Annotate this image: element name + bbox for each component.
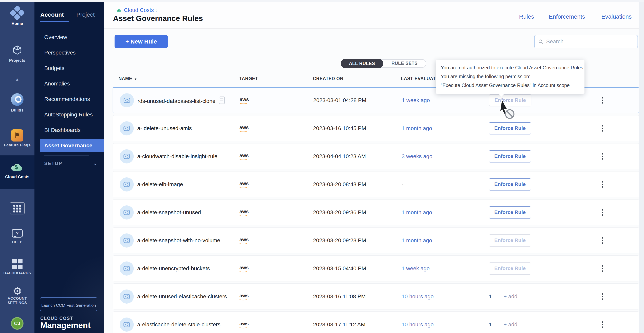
last-evaluation-link[interactable]: 10 hours ago: [402, 293, 434, 300]
enforcement-count-cell: 1 + add: [489, 321, 517, 328]
table-row[interactable]: a-delete-snapshot-with-no-volume aws 202…: [112, 227, 639, 253]
nav-item-asset-governance[interactable]: Asset Governance: [40, 139, 104, 152]
row-menu-button[interactable]: [598, 264, 606, 273]
table-row[interactable]: a- delete-unused-amis aws 2023-03-16 10:…: [112, 115, 639, 141]
nav-item-perspectives[interactable]: Perspectives: [34, 45, 104, 60]
chevron-down-icon[interactable]: ⌄: [93, 160, 98, 166]
gear-icon: ⚙: [12, 285, 22, 297]
row-menu-button[interactable]: [598, 208, 606, 217]
toggle-all-rules[interactable]: ALL RULES: [341, 59, 383, 68]
created-on-value: 2023-03-17 11:12 AM: [313, 321, 365, 328]
user-avatar[interactable]: CJ: [0, 317, 34, 330]
tab-project[interactable]: Project: [76, 11, 94, 18]
dashboards-icon: [12, 259, 22, 269]
toggle-rule-sets[interactable]: RULE SETS: [383, 59, 426, 68]
sidebar-item-home[interactable]: Home: [0, 7, 34, 26]
last-evaluation-link[interactable]: 1 month ago: [402, 209, 432, 216]
launch-ccm-first-gen-button[interactable]: Launch CCM First Generation: [40, 297, 97, 311]
last-evaluation-link[interactable]: 10 hours ago: [402, 321, 434, 328]
enforce-rule-button[interactable]: Enforce Rule: [489, 262, 531, 275]
last-evaluation-link[interactable]: 1 week ago: [402, 97, 430, 104]
page-title: Asset Governance Rules: [113, 14, 203, 23]
table-row[interactable]: a-delete-snapshot-unused aws 2023-03-20 …: [112, 199, 639, 225]
aws-logo: aws: [240, 152, 249, 160]
rule-icon: [120, 317, 134, 332]
table-row[interactable]: a-delete-unused-elasticache-clusters aws…: [112, 283, 639, 309]
row-menu-button[interactable]: [598, 124, 606, 133]
nav-item-recommendations[interactable]: Recommendations: [34, 91, 104, 107]
sidebar-item-label: Feature Flags: [0, 143, 34, 147]
svg-text:$: $: [15, 164, 18, 170]
last-evaluation-link[interactable]: 1 month ago: [402, 237, 432, 244]
nav-item-bi-dashboards[interactable]: BI Dashboards: [34, 122, 104, 138]
last-evaluation-link[interactable]: 1 week ago: [402, 265, 430, 272]
enforce-rule-button[interactable]: Enforce Rule: [489, 206, 531, 218]
rule-icon: [120, 149, 134, 163]
sidebar-item-projects[interactable]: Projects: [0, 44, 34, 63]
column-header-created-on: CREATED ON: [313, 76, 343, 81]
created-on-value: 2023-03-16 10:45 PM: [313, 125, 366, 132]
table-row[interactable]: a-elasticache-delete-stale-clusters aws …: [112, 311, 639, 333]
enforce-rule-button[interactable]: Enforce Rule: [489, 150, 531, 162]
header-link-evaluations[interactable]: Evaluations: [601, 13, 632, 20]
created-on-value: 2023-03-20 08:48 PM: [313, 181, 366, 188]
scrollbar-strip[interactable]: [639, 2, 644, 333]
header-link-rules[interactable]: Rules: [519, 13, 534, 20]
add-enforcement-link[interactable]: + add: [504, 293, 518, 300]
created-on-value: 2023-04-04 10:23 AM: [313, 153, 366, 160]
table-row[interactable]: a-delete-elb-image aws 2023-03-20 08:48 …: [112, 171, 639, 197]
search-icon: [538, 39, 543, 45]
row-menu-button[interactable]: [598, 236, 606, 245]
copy-icon[interactable]: [219, 96, 225, 104]
table-row[interactable]: a-cloudwatch-disable-insight-rule aws 20…: [112, 143, 639, 169]
tab-account[interactable]: Account: [40, 11, 64, 18]
rule-icon: [120, 177, 134, 191]
column-header-name[interactable]: NAME▼: [118, 76, 137, 81]
search-box[interactable]: [534, 35, 638, 48]
table-row[interactable]: a-delete-unencrypted-buckets aws 2023-03…: [112, 255, 639, 281]
created-on-value: 2023-03-15 04:40 PM: [313, 265, 366, 272]
rule-name: a-delete-elb-image: [137, 181, 183, 188]
nav-item-autostopping-rules[interactable]: AutoStopping Rules: [34, 107, 104, 122]
nav-setup-label[interactable]: SETUP: [44, 161, 62, 166]
sidebar-item-help[interactable]: ? HELP: [0, 229, 34, 244]
aws-logo: aws: [240, 293, 249, 300]
add-enforcement-link[interactable]: + add: [504, 321, 518, 328]
module-nav-panel: Account Project OverviewPerspectivesBudg…: [34, 2, 104, 333]
breadcrumb-link[interactable]: Cloud Costs: [124, 7, 154, 13]
rule-icon: [120, 233, 134, 247]
created-on-value: 2023-03-20 09:23 PM: [313, 237, 366, 244]
rule-icon: [120, 93, 134, 107]
enforce-rule-button[interactable]: Enforce Rule: [489, 122, 531, 134]
nav-items-list: OverviewPerspectivesBudgetsAnomaliesReco…: [34, 30, 104, 153]
nav-item-anomalies[interactable]: Anomalies: [34, 76, 104, 91]
nav-divider: [44, 155, 89, 156]
nav-item-budgets[interactable]: Budgets: [34, 60, 104, 76]
module-title: Management: [40, 321, 91, 330]
sidebar-item-account-settings[interactable]: ⚙ ACCOUNT SETTINGS: [0, 286, 34, 305]
sidebar-item-dashboards[interactable]: DASHBOARDS: [0, 259, 34, 275]
row-menu-button[interactable]: [598, 292, 606, 301]
last-evaluation-link[interactable]: 1 month ago: [402, 125, 432, 132]
breadcrumb[interactable]: $ Cloud Costs ›: [116, 7, 158, 13]
enforce-rule-button[interactable]: Enforce Rule: [489, 234, 531, 247]
rule-name: a-delete-snapshot-unused: [137, 209, 201, 216]
sidebar-item-feature-flags[interactable]: ⚑ Feature Flags: [0, 129, 34, 147]
nav-item-overview[interactable]: Overview: [34, 30, 104, 45]
rail-collapse-arrow-icon[interactable]: ▲: [0, 77, 34, 82]
search-input[interactable]: [546, 39, 634, 45]
enforce-rule-button[interactable]: Enforce Rule: [489, 178, 531, 190]
avatar: CJ: [11, 317, 24, 330]
row-menu-button[interactable]: [598, 180, 606, 189]
row-menu-button[interactable]: [598, 96, 606, 105]
svg-text:$: $: [118, 9, 120, 12]
row-menu-button[interactable]: [598, 152, 606, 161]
header-link-enforcements[interactable]: Enforcements: [549, 13, 585, 20]
row-menu-button[interactable]: [598, 320, 606, 329]
sidebar-item-cloud-costs[interactable]: $ Cloud Costs: [0, 161, 34, 179]
module-picker-button[interactable]: [0, 202, 34, 214]
last-evaluation-link[interactable]: 3 weeks ago: [402, 153, 432, 160]
rule-icon: [120, 289, 134, 303]
sidebar-item-builds[interactable]: Builds: [0, 93, 34, 113]
new-rule-button[interactable]: + New Rule: [114, 35, 168, 48]
